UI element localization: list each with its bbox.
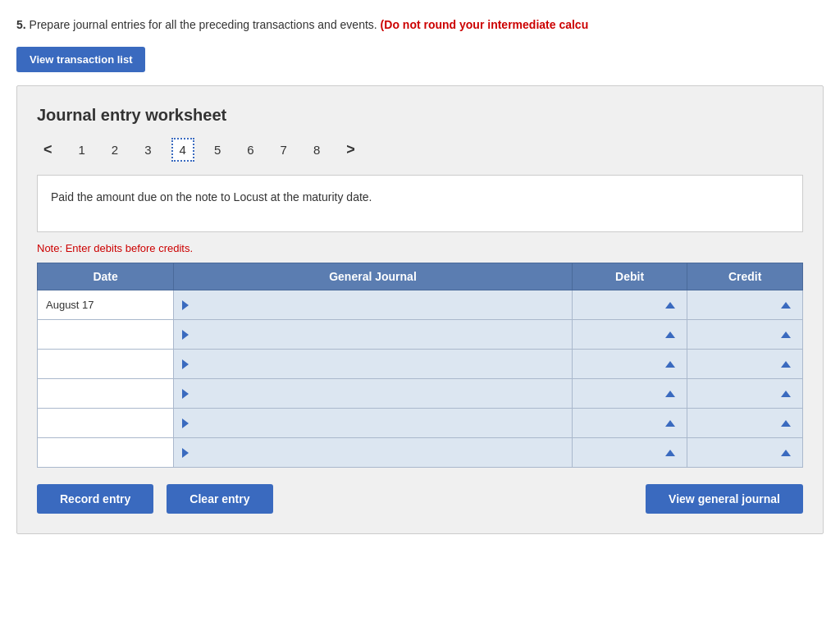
nav-tab-5[interactable]: 5: [208, 139, 227, 160]
nav-tab-2[interactable]: 2: [105, 139, 125, 160]
credit-triangle-5: [781, 420, 791, 427]
credit-cell-4[interactable]: [687, 379, 803, 409]
note-no-round: (Do not round your intermediate calcu: [381, 18, 589, 31]
triangle-icon-2: [182, 330, 189, 340]
debit-cell-5[interactable]: [572, 409, 687, 438]
debit-cell-6[interactable]: [572, 438, 687, 468]
note-text: Note: Enter debits before credits.: [37, 242, 803, 254]
col-header-date: Date: [38, 263, 174, 290]
credit-triangle-1: [781, 302, 791, 309]
table-row: [38, 438, 803, 468]
triangle-icon-4: [182, 389, 189, 399]
debit-triangle-3: [665, 361, 675, 368]
col-header-debit: Debit: [572, 263, 687, 290]
view-general-journal-button[interactable]: View general journal: [646, 484, 803, 514]
date-cell-5[interactable]: [38, 409, 174, 438]
debit-cell-2[interactable]: [572, 320, 687, 350]
debit-cell-1[interactable]: [572, 290, 687, 320]
credit-cell-3[interactable]: [687, 350, 803, 379]
table-row: August 17: [38, 290, 803, 320]
triangle-icon-1: [182, 300, 189, 310]
journal-cell-4[interactable]: [174, 379, 573, 409]
clear-entry-button[interactable]: Clear entry: [167, 484, 272, 514]
col-header-general-journal: General Journal: [174, 263, 573, 290]
nav-next-arrow[interactable]: >: [340, 138, 362, 162]
table-row: [38, 320, 803, 350]
table-row: [38, 409, 803, 438]
date-cell-1[interactable]: August 17: [38, 290, 174, 320]
debit-triangle-2: [665, 332, 675, 338]
debit-triangle-4: [665, 391, 675, 397]
question-header: 5. Prepare journal entries for all the p…: [16, 16, 824, 34]
credit-cell-2[interactable]: [687, 320, 803, 350]
buttons-row: Record entry Clear entry View general jo…: [37, 484, 803, 514]
question-text: Prepare journal entries for all the prec…: [30, 18, 377, 31]
date-cell-2[interactable]: [38, 320, 174, 350]
date-cell-3[interactable]: [38, 350, 174, 379]
debit-cell-3[interactable]: [572, 350, 687, 379]
col-header-credit: Credit: [687, 263, 803, 290]
credit-triangle-4: [781, 391, 791, 397]
credit-triangle-3: [781, 361, 791, 368]
debit-cell-4[interactable]: [572, 379, 687, 409]
view-transaction-button[interactable]: View transaction list: [16, 47, 145, 72]
debit-triangle-5: [665, 420, 675, 427]
triangle-icon-5: [182, 418, 189, 428]
debit-triangle-1: [665, 302, 675, 309]
worksheet-title: Journal entry worksheet: [37, 106, 803, 125]
nav-row: < 1 2 3 4 5 6 7 8 >: [37, 138, 803, 162]
nav-prev-arrow[interactable]: <: [37, 138, 59, 162]
nav-tab-8[interactable]: 8: [307, 139, 326, 160]
credit-triangle-6: [781, 450, 791, 456]
journal-cell-6[interactable]: [174, 438, 573, 468]
journal-cell-5[interactable]: [174, 409, 573, 438]
nav-tab-7[interactable]: 7: [274, 139, 294, 160]
journal-cell-3[interactable]: [174, 350, 573, 379]
record-entry-button[interactable]: Record entry: [37, 484, 153, 514]
description-box: Paid the amount due on the note to Locus…: [37, 175, 803, 232]
triangle-icon-3: [182, 359, 189, 369]
question-number: 5.: [16, 18, 26, 31]
table-row: [38, 379, 803, 409]
triangle-icon-6: [182, 448, 189, 458]
journal-cell-1[interactable]: [174, 290, 573, 320]
journal-table: Date General Journal Debit Credit August…: [37, 263, 803, 468]
credit-cell-6[interactable]: [687, 438, 803, 468]
nav-tab-4[interactable]: 4: [171, 138, 194, 162]
date-value-1: August 17: [46, 299, 94, 311]
credit-cell-5[interactable]: [687, 409, 803, 438]
table-row: [38, 350, 803, 379]
journal-cell-2[interactable]: [174, 320, 573, 350]
nav-tab-6[interactable]: 6: [240, 139, 260, 160]
date-cell-6[interactable]: [38, 438, 174, 468]
credit-cell-1[interactable]: [687, 290, 803, 320]
nav-tab-1[interactable]: 1: [72, 139, 92, 160]
description-text: Paid the amount due on the note to Locus…: [51, 190, 372, 203]
date-cell-4[interactable]: [38, 379, 174, 409]
debit-triangle-6: [665, 450, 675, 456]
worksheet-container: Journal entry worksheet < 1 2 3 4 5 6 7 …: [16, 85, 824, 534]
credit-triangle-2: [781, 332, 791, 338]
nav-tab-3[interactable]: 3: [138, 139, 158, 160]
